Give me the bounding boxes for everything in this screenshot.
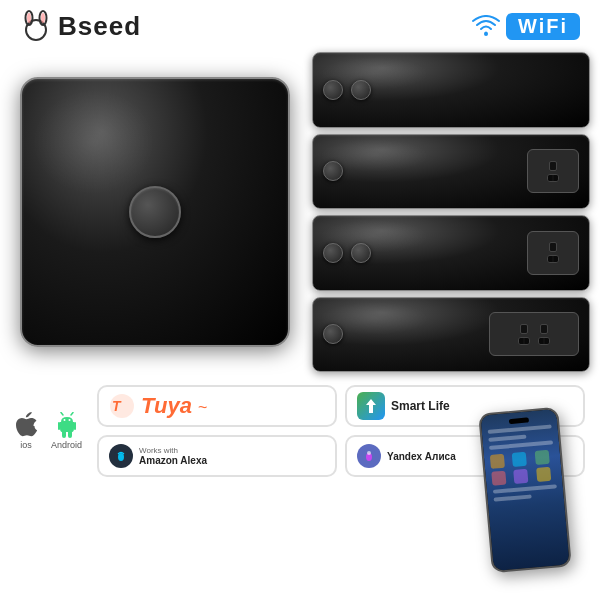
- svg-point-4: [41, 13, 45, 23]
- brand-logo: Bseed: [20, 10, 141, 42]
- svg-point-8: [63, 419, 65, 421]
- phone-app-3: [534, 450, 549, 465]
- socket-bot-4b: [538, 337, 550, 345]
- phone-app-1: [490, 454, 505, 469]
- phone-line-4: [493, 484, 557, 494]
- socket-bottom-hole-3: [547, 255, 559, 263]
- platform-row: ios Android: [15, 412, 82, 450]
- wifi-badge: WiFi: [472, 13, 580, 40]
- platform-icons: ios Android: [15, 412, 82, 450]
- right-panels: [312, 47, 590, 377]
- phone-notch: [509, 417, 529, 424]
- smartlife-icon: [357, 392, 385, 420]
- ios-platform: ios: [15, 412, 37, 450]
- phone-screen: [480, 409, 569, 571]
- mini-panel-2: [312, 134, 590, 210]
- svg-point-3: [27, 13, 31, 23]
- touch-btn-1-1[interactable]: [323, 80, 343, 100]
- mini-panel-4: [312, 297, 590, 373]
- touch-button-center[interactable]: [129, 186, 181, 238]
- alexa-text-group: Works with Amazon Alexa: [139, 446, 207, 466]
- svg-line-10: [61, 413, 63, 416]
- socket-bottom-hole: [547, 174, 559, 182]
- socket-hole-pair: [547, 161, 559, 182]
- touch-btn-3-1[interactable]: [323, 243, 343, 263]
- svg-text:T: T: [112, 398, 122, 414]
- android-icon: [56, 412, 78, 438]
- phone-line-1: [488, 424, 552, 434]
- svg-rect-7: [74, 422, 76, 430]
- wifi-signal-icon: [472, 15, 500, 37]
- alexa-badge: Works with Amazon Alexa: [97, 435, 337, 477]
- tuya-name: Tuya: [141, 393, 192, 419]
- socket-outlet-single-2: [527, 149, 579, 193]
- mini-panel-3: [312, 215, 590, 291]
- tuya-wave: ~: [198, 399, 207, 417]
- touch-btn-3-2[interactable]: [351, 243, 371, 263]
- svg-point-9: [68, 419, 70, 421]
- socket-top-hole: [549, 161, 557, 171]
- phone-app-5: [514, 469, 529, 484]
- svg-rect-6: [58, 422, 60, 430]
- socket-outlet-single-3: [527, 231, 579, 275]
- android-label: Android: [51, 440, 82, 450]
- socket-top-4a: [520, 324, 528, 334]
- touch-btn-2-1[interactable]: [323, 161, 343, 181]
- alexa-line1: Works with: [139, 446, 207, 455]
- socket-hole-pair-4a: [518, 324, 530, 345]
- main-content: [0, 47, 600, 377]
- socket-top-hole-3: [549, 242, 557, 252]
- phone-container: [485, 410, 585, 590]
- ios-label: ios: [20, 440, 32, 450]
- phone-app-6: [536, 467, 551, 482]
- android-platform: Android: [51, 412, 82, 450]
- smartlife-label: Smart Life: [391, 399, 450, 413]
- phone-line-3: [489, 440, 553, 450]
- header: Bseed WiFi: [0, 0, 600, 47]
- brand-name-text: Bseed: [58, 11, 141, 42]
- switch-panel-large: [20, 77, 290, 347]
- bseed-logo-icon: [20, 10, 52, 42]
- svg-point-5: [484, 32, 488, 36]
- large-switch-container: [10, 47, 300, 377]
- socket-bot-4a: [518, 337, 530, 345]
- alexa-line2: Amazon Alexa: [139, 455, 207, 466]
- yandex-label: Yandex Алиса: [387, 451, 456, 462]
- svg-point-18: [367, 451, 371, 455]
- tuya-icon: T: [109, 393, 135, 419]
- apple-icon: [15, 412, 37, 438]
- socket-top-4b: [540, 324, 548, 334]
- touch-btn-1-2[interactable]: [351, 80, 371, 100]
- phone-app-grid: [490, 449, 556, 485]
- phone-app-2: [512, 452, 527, 467]
- yandex-icon: [357, 444, 381, 468]
- phone-mockup: [478, 407, 572, 573]
- wifi-label: WiFi: [506, 13, 580, 40]
- phone-line-5: [494, 494, 533, 501]
- socket-hole-pair-4b: [538, 324, 550, 345]
- svg-line-11: [71, 413, 73, 416]
- tuya-badge: T Tuya ~: [97, 385, 337, 427]
- socket-outlet-double-4: [489, 312, 579, 356]
- phone-app-4: [491, 471, 506, 486]
- product-page: Bseed WiFi: [0, 0, 600, 600]
- touch-btn-4-1[interactable]: [323, 324, 343, 344]
- socket-hole-pair-3: [547, 242, 559, 263]
- mini-panel-1: [312, 52, 590, 128]
- svg-point-15: [118, 453, 124, 461]
- phone-line-2: [488, 435, 527, 442]
- alexa-icon: [109, 444, 133, 468]
